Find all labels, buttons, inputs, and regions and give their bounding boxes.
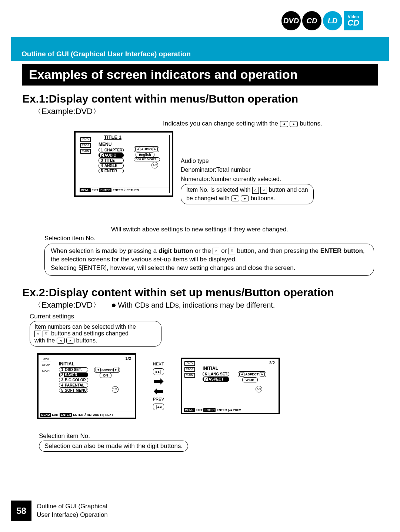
dolby-label: DOLBY DIGITAL — [134, 157, 160, 161]
right-arrow-icon[interactable]: ▸ — [260, 372, 265, 377]
sel-label: Selection item No. — [44, 235, 378, 242]
audio-value: English — [136, 152, 154, 157]
breadcrumb-bar: Outline of GUI (Graphical User Interface… — [11, 37, 389, 61]
cs-label: Current settings — [30, 313, 378, 320]
page-title: Examples of screen indicators and operat… — [22, 64, 378, 86]
up-arrow-icon: △ — [34, 331, 41, 337]
down-arrow-icon: ▽ — [260, 187, 267, 194]
footer-text: Outline of GUI (Graphical User Interface… — [37, 502, 108, 519]
callout-itemno: Item No. is selected with △ ▽ button and… — [181, 184, 314, 204]
prev-icon: |◂◂ — [228, 408, 232, 412]
menu-header: INITIAL — [59, 361, 88, 367]
fraction-indicator: 1/2 — [151, 162, 158, 168]
ex2-screen2: 2/2 DVD STOP MAIN INITIAL 6LANG SET. 7AS… — [181, 358, 280, 414]
right-arrow-icon: ▸ — [290, 121, 298, 127]
menu-column: INITIAL 1OSD SET. 2SAVER 3B.G.COLOR 4PAR… — [59, 361, 88, 393]
down-arrow-icon: ▽ — [229, 248, 235, 254]
cd-logo: CD — [302, 11, 321, 30]
prev-button-icon: |◂◂ — [153, 404, 164, 410]
menu-column: INITIAL 6LANG SET. 7ASPECT — [203, 366, 229, 382]
ex1-callouts: Audio type Denominator:Total number Nume… — [181, 131, 314, 204]
ex2-sub: 〈Example:DVD〉 — [33, 300, 101, 311]
right-arrow-icon[interactable]: ▸ — [153, 147, 158, 151]
option-selector[interactable]: ◂ SAVER ▸ — [94, 367, 120, 373]
up-arrow-icon: △ — [252, 187, 259, 194]
side-main: MAIN — [80, 149, 91, 154]
left-arrow-icon[interactable]: ◂ — [96, 368, 101, 372]
menu-item[interactable]: 5ENTER — [99, 168, 124, 173]
screen-title: TITLE 1 — [104, 134, 121, 140]
ex1-screen: TITLE 1 DVD STOP MAIN MENU 1CHAPTER 2AUD… — [74, 131, 173, 197]
right-arrow-icon: ▸ — [241, 195, 249, 201]
switch-note: Will switch above settings to new settin… — [111, 226, 378, 233]
side-icons: DVD STOP MAIN — [41, 357, 51, 373]
enter-tag: ENTER — [99, 188, 111, 192]
menu-item[interactable]: 6LANG SET. — [203, 372, 229, 377]
topnote-a: Indicates you can change setting with th… — [163, 120, 278, 127]
left-arrow-icon: ◂ — [231, 195, 239, 201]
menu-item[interactable]: 2AUDIO — [99, 153, 124, 158]
fraction-indicator: 1/2 — [112, 386, 119, 393]
menu-header: MENU — [99, 142, 124, 147]
topnote-b: buttons. — [300, 120, 322, 127]
menu-item[interactable]: 4PARENTAL — [59, 383, 88, 388]
left-arrow-icon: ◂ — [57, 338, 65, 344]
digit-box: Selection can also be made with the digi… — [39, 441, 188, 452]
disc-logos: DVD CD LD Video CD — [281, 11, 363, 30]
page-indicator: 2/2 — [269, 361, 275, 365]
sel-label2: Selection item No. — [39, 432, 378, 440]
menu-item[interactable]: 3TITLE — [99, 158, 124, 163]
page-number: 58 — [11, 501, 31, 521]
side-icons: DVD STOP MAIN — [80, 137, 91, 154]
page-footer: 58 Outline of GUI (Graphical User Interf… — [11, 501, 108, 521]
audio-selector[interactable]: ◂ AUDIO ▸ — [134, 146, 159, 152]
callout-denom: Denominator:Total number — [181, 166, 314, 174]
menu-tag: MENU — [80, 188, 91, 192]
cs-box: Item numbers can be selected with the △ … — [30, 321, 161, 347]
menu-item[interactable]: 3B.G.COLOR — [59, 378, 88, 382]
option-selector[interactable]: ◂ ASPECT ▸ — [238, 371, 266, 377]
dvd-logo: DVD — [281, 11, 301, 30]
menu-item[interactable]: 7ASPECT — [203, 377, 229, 382]
vcd-logo: Video CD — [344, 11, 363, 30]
return-icon: ⤴ — [84, 413, 86, 416]
ex2-heading: Ex.2:Display content within set up menus… — [22, 286, 378, 299]
menu-item[interactable]: 1CHAPTER — [99, 148, 124, 153]
breadcrumb: Outline of GUI (Graphical User Interface… — [21, 50, 191, 58]
bullet-icon — [112, 304, 116, 307]
option-value: WIDE — [242, 377, 258, 382]
screen-footer: MENU EXIT ENTER ENTER ⤴ RETURN ▸▸| NEXT — [39, 412, 135, 418]
screen-footer: MENU EXIT ENTER ENTER ⤴ RETURN — [78, 187, 169, 193]
side-dvd: DVD — [80, 137, 91, 142]
menu-item[interactable]: 5SOFT MENU — [59, 388, 88, 393]
left-arrow-icon: ◂ — [280, 121, 288, 127]
left-arrow-icon[interactable]: ◂ — [239, 372, 244, 377]
down-arrow-icon: ▽ — [43, 331, 49, 337]
fraction-indicator: 3/3 — [256, 386, 262, 392]
up-arrow-icon: △ — [213, 248, 219, 254]
option-value: ON — [100, 373, 111, 378]
ex1-sub: 〈Example:DVD〉 — [33, 106, 378, 117]
menu-item[interactable]: 1OSD SET. — [59, 367, 88, 372]
mid-arrows: NEXT ▸▸| ➡ ⬅ PREV |◂◂ — [136, 362, 181, 410]
side-stop: STOP — [80, 143, 91, 148]
prev-label: PREV — [153, 397, 164, 401]
side-icons: DVD STOP MAIN — [184, 361, 195, 378]
screen-footer: MENU EXIT ENTER ENTER |◂◂ PREV — [182, 407, 279, 413]
menu-item[interactable]: 2SAVER — [59, 372, 88, 377]
next-label: NEXT — [153, 362, 164, 366]
ex1-topnote: Indicates you can change setting with th… — [163, 120, 378, 127]
next-icon: ▸▸| — [100, 413, 104, 416]
ex2-screen1: 1/2 DVD STOP MAIN INITIAL 1OSD SET. 2SAV… — [37, 353, 136, 419]
menu-header: INITIAL — [203, 366, 229, 371]
ex1-heading: Ex.1:Display content within menus/Button… — [22, 93, 378, 105]
callout-audio: Audio type — [181, 157, 314, 165]
return-icon: ⤴ — [124, 188, 126, 192]
menu-column: MENU 1CHAPTER 2AUDIO 3TITLE 4ANGLE 5ENTE… — [99, 142, 124, 174]
right-arrow-icon[interactable]: ▸ — [113, 368, 119, 372]
left-arrow-icon[interactable]: ◂ — [135, 147, 140, 151]
ld-logo: LD — [323, 11, 342, 30]
ex1-bigbox: When selection is made by pressing a dig… — [44, 244, 374, 276]
vcd-bottom: CD — [347, 19, 359, 27]
menu-item[interactable]: 4ANGLE — [99, 163, 124, 168]
